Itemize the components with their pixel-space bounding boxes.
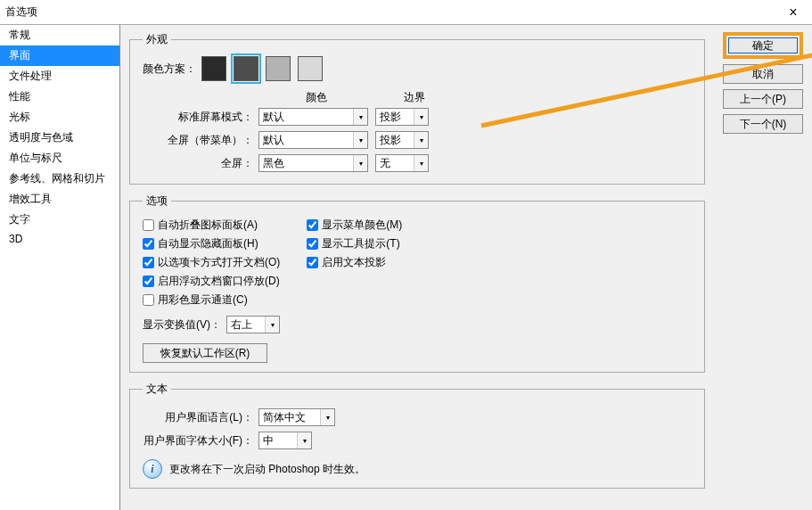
info-icon: i: [143, 459, 162, 479]
checkbox[interactable]: [307, 219, 318, 231]
color-scheme-label: 颜色方案：: [143, 62, 196, 77]
option-right-0[interactable]: 显示菜单颜色(M): [307, 218, 402, 233]
option-left-0[interactable]: 自动折叠图标面板(A): [143, 218, 280, 233]
option-left-2[interactable]: 以选项卡方式打开文档(O): [143, 255, 280, 270]
header-color: 颜色: [258, 90, 374, 105]
sidebar-item-9[interactable]: 文字: [0, 210, 119, 230]
checkbox[interactable]: [143, 238, 154, 250]
screen-mode-label-2: 全屏：: [143, 156, 258, 171]
header-border: 边界: [374, 90, 455, 105]
sidebar-item-2[interactable]: 文件处理: [0, 66, 119, 86]
color-swatch-3[interactable]: [298, 56, 323, 81]
checkbox[interactable]: [143, 257, 154, 268]
sidebar-item-10[interactable]: 3D: [0, 230, 119, 248]
checkbox[interactable]: [143, 294, 154, 306]
category-sidebar: 常规界面文件处理性能光标透明度与色域单位与标尺参考线、网格和切片增效工具文字3D: [0, 25, 120, 510]
color-swatch-0[interactable]: [201, 56, 226, 81]
text-group: 文本 用户界面语言(L)： 简体中文 ▾ 用户界面字体大小(F)： 中 ▾ i …: [129, 382, 705, 489]
sidebar-item-6[interactable]: 单位与标尺: [0, 148, 119, 169]
screen-mode-label-0: 标准屏幕模式：: [143, 110, 258, 125]
ui-language-label: 用户界面语言(L)：: [143, 410, 258, 425]
checkbox[interactable]: [307, 238, 318, 250]
appearance-legend: 外观: [143, 32, 171, 47]
screen-mode-color-select-1[interactable]: 默认▾: [258, 131, 368, 149]
ui-font-size-select[interactable]: 中 ▾: [258, 432, 312, 449]
chevron-down-icon: ▾: [353, 109, 367, 125]
option-right-1[interactable]: 显示工具提示(T): [307, 236, 402, 251]
show-transform-label: 显示变换值(V)：: [143, 317, 221, 333]
restore-workspace-button[interactable]: 恢复默认工作区(R): [143, 343, 267, 363]
options-group: 选项 自动折叠图标面板(A)自动显示隐藏面板(H)以选项卡方式打开文档(O)启用…: [129, 193, 705, 373]
prev-button[interactable]: 上一个(P): [723, 89, 803, 109]
chevron-down-icon: ▾: [297, 432, 311, 448]
show-transform-select[interactable]: 右上 ▾: [226, 316, 280, 333]
chevron-down-icon: ▾: [414, 132, 428, 148]
sidebar-item-3[interactable]: 性能: [0, 86, 119, 107]
sidebar-item-5[interactable]: 透明度与色域: [0, 128, 119, 148]
text-legend: 文本: [143, 382, 171, 397]
sidebar-item-1[interactable]: 界面: [0, 45, 119, 66]
option-left-1[interactable]: 自动显示隐藏面板(H): [143, 236, 280, 251]
screen-mode-label-1: 全屏（带菜单）：: [143, 133, 258, 148]
sidebar-item-8[interactable]: 增效工具: [0, 189, 119, 210]
screen-mode-border-select-1[interactable]: 投影▾: [375, 131, 429, 149]
ok-button[interactable]: 确定: [723, 32, 803, 59]
ui-language-select[interactable]: 简体中文 ▾: [258, 408, 335, 426]
screen-mode-border-select-0[interactable]: 投影▾: [375, 108, 429, 126]
dialog-buttons: 确定 取消 上一个(P) 下一个(N): [714, 25, 812, 510]
chevron-down-icon: ▾: [353, 155, 367, 171]
close-icon[interactable]: ×: [780, 4, 807, 21]
option-right-2[interactable]: 启用文本投影: [307, 255, 402, 270]
sidebar-item-4[interactable]: 光标: [0, 107, 119, 128]
window-title: 首选项: [5, 4, 780, 20]
options-legend: 选项: [143, 193, 171, 209]
checkbox[interactable]: [143, 276, 154, 287]
color-swatch-2[interactable]: [266, 56, 291, 81]
option-left-3[interactable]: 启用浮动文档窗口停放(D): [143, 274, 280, 289]
screen-mode-color-select-0[interactable]: 默认▾: [258, 108, 368, 126]
chevron-down-icon: ▾: [265, 317, 279, 333]
next-button[interactable]: 下一个(N): [723, 114, 803, 134]
chevron-down-icon: ▾: [320, 409, 334, 425]
checkbox[interactable]: [143, 219, 154, 231]
cancel-button[interactable]: 取消: [723, 64, 803, 84]
content-area: 外观 颜色方案： 颜色 边界 标准屏幕模式：默认▾投影▾全屏（带菜单）：默认▾投…: [120, 25, 714, 510]
appearance-group: 外观 颜色方案： 颜色 边界 标准屏幕模式：默认▾投影▾全屏（带菜单）：默认▾投…: [129, 32, 705, 185]
sidebar-item-0[interactable]: 常规: [0, 25, 119, 45]
info-text: 更改将在下一次启动 Photoshop 时生效。: [169, 462, 365, 477]
option-left-4[interactable]: 用彩色显示通道(C): [143, 292, 280, 308]
color-swatch-1[interactable]: [234, 56, 258, 81]
ui-font-size-label: 用户界面字体大小(F)：: [143, 433, 258, 448]
screen-mode-color-select-2[interactable]: 黑色▾: [258, 154, 368, 172]
titlebar: 首选项 ×: [0, 0, 812, 25]
chevron-down-icon: ▾: [414, 109, 428, 125]
chevron-down-icon: ▾: [353, 132, 367, 148]
checkbox[interactable]: [307, 257, 318, 268]
screen-mode-border-select-2[interactable]: 无▾: [375, 154, 429, 172]
sidebar-item-7[interactable]: 参考线、网格和切片: [0, 169, 119, 189]
chevron-down-icon: ▾: [414, 155, 428, 171]
